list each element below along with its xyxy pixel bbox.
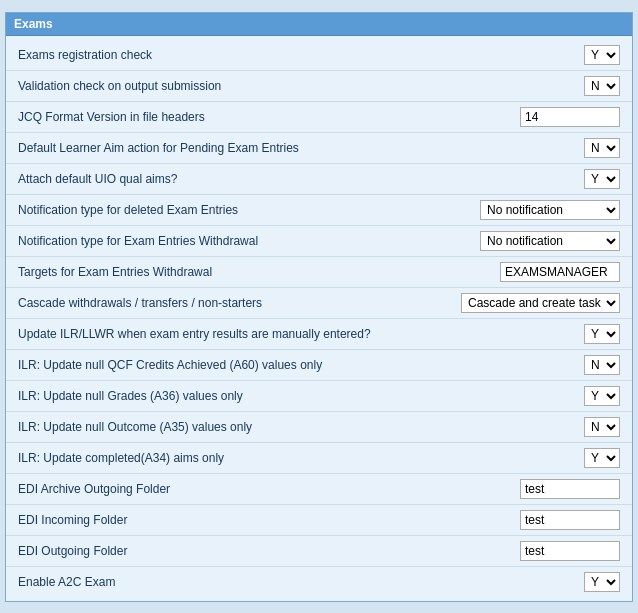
control-enable-a2c[interactable]: YN [584,572,620,592]
label-edi-outgoing: EDI Outgoing Folder [18,544,520,558]
row-jcq-format-version: JCQ Format Version in file headers [6,102,632,133]
input-edi-archive[interactable] [520,479,620,499]
label-edi-archive: EDI Archive Outgoing Folder [18,482,520,496]
control-ilr-null-grades[interactable]: YN [584,386,620,406]
select-exams-registration-check[interactable]: YN [584,45,620,65]
row-default-learner-aim: Default Learner Aim action for Pending E… [6,133,632,164]
row-cascade-withdrawals: Cascade withdrawals / transfers / non-st… [6,288,632,319]
select-ilr-null-outcome[interactable]: YN [584,417,620,437]
label-targets-withdrawal: Targets for Exam Entries Withdrawal [18,265,500,279]
control-edi-incoming[interactable] [520,510,620,530]
control-ilr-null-outcome[interactable]: YN [584,417,620,437]
select-notification-withdrawal[interactable]: No notificationEmailTask [480,231,620,251]
panel-title: Exams [6,13,632,36]
select-update-ilr-llwr[interactable]: YN [584,324,620,344]
row-edi-archive: EDI Archive Outgoing Folder [6,474,632,505]
label-attach-default-uio: Attach default UIO qual aims? [18,172,584,186]
control-update-ilr-llwr[interactable]: YN [584,324,620,344]
label-notification-withdrawal: Notification type for Exam Entries Withd… [18,234,480,248]
control-attach-default-uio[interactable]: YN [584,169,620,189]
row-ilr-null-outcome: ILR: Update null Outcome (A35) values on… [6,412,632,443]
row-ilr-null-grades: ILR: Update null Grades (A36) values onl… [6,381,632,412]
row-edi-outgoing: EDI Outgoing Folder [6,536,632,567]
control-exams-registration-check[interactable]: YN [584,45,620,65]
select-default-learner-aim[interactable]: YN [584,138,620,158]
label-ilr-null-qcf: ILR: Update null QCF Credits Achieved (A… [18,358,584,372]
control-edi-outgoing[interactable] [520,541,620,561]
panel-body: Exams registration checkYNValidation che… [6,36,632,601]
select-cascade-withdrawals[interactable]: Cascade and create taskCascade onlyDo no… [461,293,620,313]
select-ilr-null-grades[interactable]: YN [584,386,620,406]
label-ilr-null-outcome: ILR: Update null Outcome (A35) values on… [18,420,584,434]
input-edi-outgoing[interactable] [520,541,620,561]
row-update-ilr-llwr: Update ILR/LLWR when exam entry results … [6,319,632,350]
select-enable-a2c[interactable]: YN [584,572,620,592]
select-ilr-null-qcf[interactable]: YN [584,355,620,375]
label-default-learner-aim: Default Learner Aim action for Pending E… [18,141,584,155]
row-attach-default-uio: Attach default UIO qual aims?YN [6,164,632,195]
row-enable-a2c: Enable A2C ExamYN [6,567,632,597]
row-validation-check: Validation check on output submissionYN [6,71,632,102]
row-notification-deleted: Notification type for deleted Exam Entri… [6,195,632,226]
label-validation-check: Validation check on output submission [18,79,584,93]
control-jcq-format-version[interactable] [520,107,620,127]
input-jcq-format-version[interactable] [520,107,620,127]
row-targets-withdrawal: Targets for Exam Entries Withdrawal [6,257,632,288]
select-ilr-completed[interactable]: YN [584,448,620,468]
row-edi-incoming: EDI Incoming Folder [6,505,632,536]
label-cascade-withdrawals: Cascade withdrawals / transfers / non-st… [18,296,461,310]
exams-panel: Exams Exams registration checkYNValidati… [5,12,633,602]
control-validation-check[interactable]: YN [584,76,620,96]
select-attach-default-uio[interactable]: YN [584,169,620,189]
label-exams-registration-check: Exams registration check [18,48,584,62]
label-notification-deleted: Notification type for deleted Exam Entri… [18,203,480,217]
control-notification-deleted[interactable]: No notificationEmailTask [480,200,620,220]
row-notification-withdrawal: Notification type for Exam Entries Withd… [6,226,632,257]
control-edi-archive[interactable] [520,479,620,499]
control-ilr-completed[interactable]: YN [584,448,620,468]
row-ilr-completed: ILR: Update completed(A34) aims onlyYN [6,443,632,474]
row-exams-registration-check: Exams registration checkYN [6,40,632,71]
input-edi-incoming[interactable] [520,510,620,530]
control-default-learner-aim[interactable]: YN [584,138,620,158]
input-targets-withdrawal[interactable] [500,262,620,282]
label-update-ilr-llwr: Update ILR/LLWR when exam entry results … [18,327,584,341]
control-notification-withdrawal[interactable]: No notificationEmailTask [480,231,620,251]
label-jcq-format-version: JCQ Format Version in file headers [18,110,520,124]
control-ilr-null-qcf[interactable]: YN [584,355,620,375]
control-cascade-withdrawals[interactable]: Cascade and create taskCascade onlyDo no… [461,293,620,313]
label-enable-a2c: Enable A2C Exam [18,575,584,589]
select-notification-deleted[interactable]: No notificationEmailTask [480,200,620,220]
select-validation-check[interactable]: YN [584,76,620,96]
control-targets-withdrawal[interactable] [500,262,620,282]
label-ilr-null-grades: ILR: Update null Grades (A36) values onl… [18,389,584,403]
row-ilr-null-qcf: ILR: Update null QCF Credits Achieved (A… [6,350,632,381]
label-edi-incoming: EDI Incoming Folder [18,513,520,527]
label-ilr-completed: ILR: Update completed(A34) aims only [18,451,584,465]
